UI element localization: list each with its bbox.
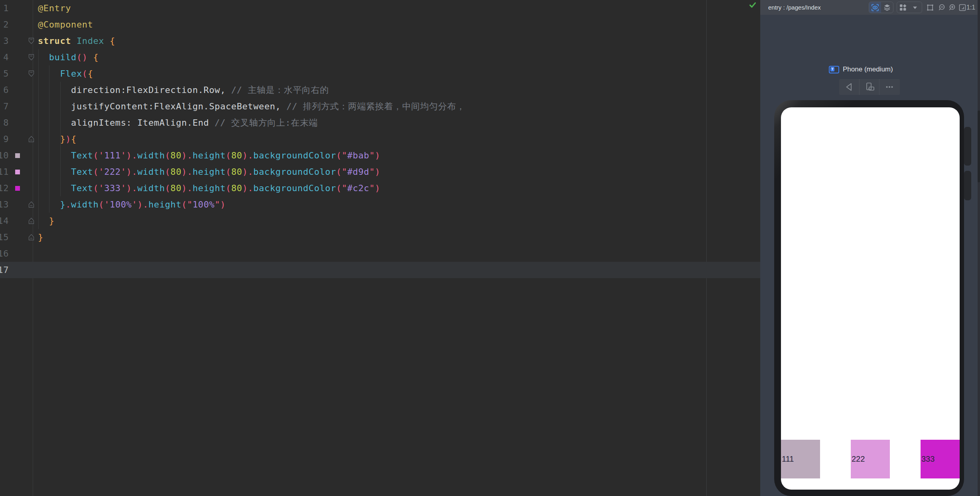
inspect-eye-icon [871,4,879,12]
device-type-badge-icon: T [829,66,839,73]
code-line[interactable]: 1@Entry [0,0,760,16]
phone-volume-button [964,127,971,166]
line-number: 3 [0,33,9,49]
code-text: @Component [38,16,93,33]
code-line[interactable]: 16 [0,245,760,262]
component-grid-button[interactable] [897,2,909,13]
fit-to-screen-icon [958,4,966,12]
dropdown-arrow-button[interactable] [909,2,921,13]
previewer-page-title: entry : /pages/Index [768,0,821,15]
fold-marker-icon[interactable] [28,234,34,242]
device-selector-row[interactable]: T Phone (medium) [829,64,893,75]
more-dots-icon [883,81,896,93]
code-editor-pane[interactable]: 1@Entry2@Component3struct Index {4 build… [0,0,760,496]
inspect-eye-button[interactable] [869,2,881,13]
artboard-frame-icon [926,4,934,12]
code-line[interactable]: 11 Text('222').width(80).height(80).back… [0,164,760,180]
fold-marker-icon[interactable] [28,201,34,209]
code-text: build() { [38,49,99,65]
previewer-header: entry : /pages/Index [760,0,980,15]
gutter-color-swatch[interactable] [15,153,20,158]
phone-device-frame: 111222333 [774,100,964,496]
code-line[interactable]: 2@Component [0,16,760,33]
line-number: 1 [0,0,9,16]
flex-text-box-label: 111 [782,455,794,464]
code-area[interactable]: 1@Entry2@Component3struct Index {4 build… [0,0,760,278]
code-text: Flex({ [38,65,93,82]
zoom-in-icon [948,4,956,12]
line-number: 7 [0,98,9,115]
code-line[interactable]: 3struct Index { [0,33,760,49]
flex-text-box: 333 [921,440,960,478]
inspect-toggle-group [869,2,893,13]
gutter-color-swatch[interactable] [15,170,20,174]
previewer-scrollbar-track[interactable] [978,0,980,496]
line-number: 6 [0,82,9,98]
code-text: justifyContent:FlexAlign.SpaceBetween, /… [38,98,465,115]
code-text: } [38,229,43,245]
code-text: direction:FlexDirection.Row, // 主轴是：水平向右… [38,82,329,98]
line-number: 4 [0,49,9,65]
line-number: 13 [0,196,9,213]
code-line[interactable]: 12 Text('333').width(80).height(80).back… [0,180,760,196]
fold-marker-icon[interactable] [28,54,34,62]
code-line[interactable]: 6 direction:FlexDirection.Row, // 主轴是：水平… [0,82,760,98]
line-number: 2 [0,16,9,33]
code-line[interactable]: 10 Text('111').width(80).height(80).back… [0,147,760,164]
previewer-scrollbar-thumb[interactable] [978,111,980,182]
code-text: }){ [38,131,77,147]
line-number: 11 [0,164,9,180]
phone-power-button [964,171,971,200]
inspection-ok-checkmark-icon[interactable] [749,2,756,10]
phone-screen[interactable]: 111222333 [781,107,960,490]
line-number: 8 [0,115,9,131]
previewer-device-toolbar [839,79,900,95]
artboard-frame-button[interactable] [925,2,936,13]
code-line[interactable]: 13 }.width('100%').height("100%") [0,196,760,213]
rotate-device-button[interactable] [859,79,879,95]
fold-marker-icon[interactable] [28,70,34,79]
fold-marker-icon[interactable] [28,217,34,226]
chevron-down-icon [912,5,918,10]
code-line[interactable]: 7 justifyContent:FlexAlign.SpaceBetween,… [0,98,760,115]
zoom-ratio-label[interactable]: 1:1 [966,0,975,15]
code-line[interactable]: 5 Flex({ [0,65,760,82]
zoom-in-button[interactable] [946,2,958,13]
line-number: 14 [0,213,9,229]
previewer-panel: entry : /pages/Index [760,0,980,496]
fold-marker-icon[interactable] [28,136,34,144]
code-line[interactable]: 17 [0,262,760,278]
code-text: struct Index { [38,33,115,49]
line-number: 5 [0,65,9,82]
device-label: Phone (medium) [843,65,893,73]
zoom-out-button[interactable] [936,2,947,13]
fold-marker-icon[interactable] [28,38,34,46]
code-text: }.width('100%').height("100%") [38,196,226,213]
code-text: @Entry [38,0,71,16]
previous-device-button[interactable] [839,79,859,95]
triangle-left-icon [843,81,856,93]
line-number: 15 [0,229,9,245]
code-line[interactable]: 9 }){ [0,131,760,147]
component-view-group [897,2,922,13]
code-text: alignItems: ItemAlign.End // 交叉轴方向上:在末端 [38,115,318,131]
code-line[interactable]: 4 build() { [0,49,760,65]
code-text: } [38,213,55,229]
line-number: 16 [0,245,9,262]
flex-text-box: 111 [781,440,820,478]
flex-text-box: 222 [851,440,890,478]
layers-button[interactable] [881,2,893,13]
line-number: 10 [0,147,9,164]
line-number: 9 [0,131,9,147]
ide-window: 1@Entry2@Component3struct Index {4 build… [0,0,980,496]
code-line[interactable]: 8 alignItems: ItemAlign.End // 交叉轴方向上:在末… [0,115,760,131]
line-number: 12 [0,180,9,196]
code-line[interactable]: 15} [0,229,760,245]
more-options-button[interactable] [879,79,899,95]
flex-text-box-label: 222 [852,455,865,464]
component-grid-icon [899,4,907,12]
code-line[interactable]: 14 } [0,213,760,229]
gutter-color-swatch[interactable] [15,186,20,191]
code-text: Text('111').width(80).height(80).backgro… [38,147,381,164]
zoom-out-icon [938,4,946,12]
